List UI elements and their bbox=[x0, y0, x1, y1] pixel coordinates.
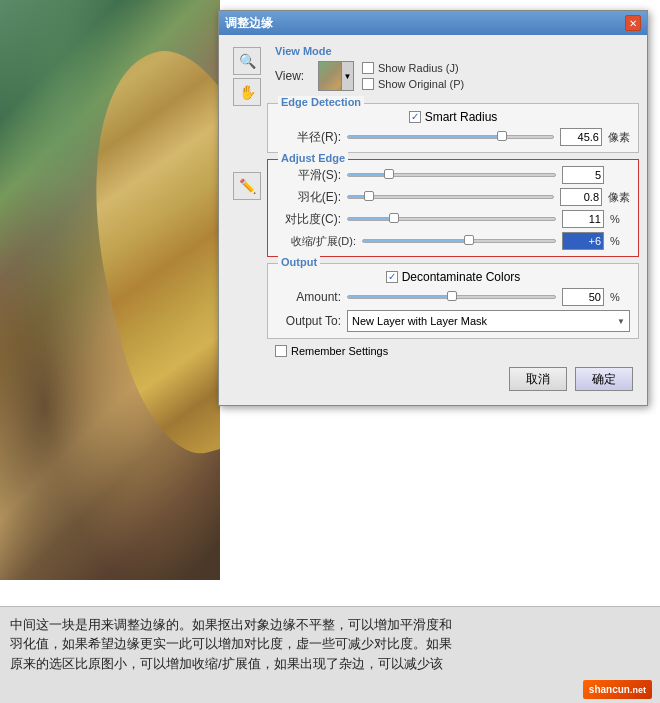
contrast-slider-thumb bbox=[389, 213, 399, 223]
smooth-slider-thumb bbox=[384, 169, 394, 179]
radius-label: 半径(R): bbox=[276, 129, 341, 146]
shrink-label: 收缩/扩展(D): bbox=[276, 234, 356, 249]
shrink-slider-thumb bbox=[464, 235, 474, 245]
smooth-label: 平滑(S): bbox=[276, 167, 341, 184]
smart-radius-checkbox[interactable]: ✓ bbox=[409, 111, 421, 123]
smooth-slider[interactable] bbox=[347, 173, 556, 177]
titlebar: 调整边缘 ✕ bbox=[219, 11, 647, 35]
remember-label: Remember Settings bbox=[291, 345, 388, 357]
shrink-unit: % bbox=[610, 235, 630, 247]
decontaminate-label: Decontaminate Colors bbox=[402, 270, 521, 284]
view-thumbnail[interactable]: ▼ bbox=[318, 61, 354, 91]
radius-slider[interactable] bbox=[347, 135, 554, 139]
amount-slider-fill bbox=[348, 296, 452, 298]
feather-slider[interactable] bbox=[347, 195, 554, 199]
hand-button[interactable]: ✋ bbox=[233, 78, 261, 106]
eyedropper-icon: ✏️ bbox=[239, 178, 256, 194]
show-radius-label: Show Radius (J) bbox=[378, 62, 459, 74]
contrast-label: 对比度(C): bbox=[276, 211, 341, 228]
radius-slider-thumb bbox=[497, 131, 507, 141]
amount-slider[interactable] bbox=[347, 295, 556, 299]
contrast-slider-fill bbox=[348, 218, 394, 220]
view-mode-section: View Mode View: ▼ bbox=[267, 41, 639, 97]
amount-value-input[interactable] bbox=[562, 288, 604, 306]
shrink-value-input[interactable] bbox=[562, 232, 604, 250]
view-mode-header: View Mode bbox=[275, 45, 631, 57]
output-dropdown-arrow-icon: ▼ bbox=[617, 317, 625, 326]
adjust-edge-label: Adjust Edge bbox=[278, 152, 348, 164]
hand-icon: ✋ bbox=[239, 84, 256, 100]
shrink-slider[interactable] bbox=[362, 239, 556, 243]
dialog-content: 🔍 ✋ ✏️ View Mode View: bbox=[219, 35, 647, 405]
shrink-row: 收缩/扩展(D): % bbox=[276, 232, 630, 250]
close-button[interactable]: ✕ bbox=[625, 15, 641, 31]
smart-radius-label: Smart Radius bbox=[425, 110, 498, 124]
magnifier-button[interactable]: 🔍 bbox=[233, 47, 261, 75]
show-original-row: Show Original (P) bbox=[362, 78, 464, 90]
brand-text: shancun.net bbox=[589, 684, 646, 695]
amount-label: Amount: bbox=[276, 290, 341, 304]
bottom-buttons: 取消 确定 bbox=[227, 363, 639, 397]
remember-checkbox[interactable] bbox=[275, 345, 287, 357]
amount-row: Amount: % bbox=[276, 288, 630, 306]
radius-unit: 像素 bbox=[608, 130, 630, 145]
smooth-value-input[interactable] bbox=[562, 166, 604, 184]
radius-slider-fill bbox=[348, 136, 502, 138]
eyedropper-button[interactable]: ✏️ bbox=[233, 172, 261, 200]
feather-slider-thumb bbox=[364, 191, 374, 201]
bottom-text-line3: 原来的选区比原图小，可以增加收缩/扩展值，如果出现了杂边，可以减少该 bbox=[10, 654, 650, 674]
decontaminate-checkbox[interactable]: ✓ bbox=[386, 271, 398, 283]
thumbnail-dropdown[interactable]: ▼ bbox=[341, 62, 353, 90]
ok-button[interactable]: 确定 bbox=[575, 367, 633, 391]
decontaminate-row: ✓ Decontaminate Colors bbox=[276, 270, 630, 284]
adjust-edge-section: Adjust Edge 平滑(S): 羽化(E): bbox=[267, 159, 639, 257]
output-section: Output ✓ Decontaminate Colors Amount: bbox=[267, 263, 639, 339]
magnifier-icon: 🔍 bbox=[239, 53, 256, 69]
show-original-label: Show Original (P) bbox=[378, 78, 464, 90]
feather-row: 羽化(E): 像素 bbox=[276, 188, 630, 206]
feather-unit: 像素 bbox=[608, 190, 630, 205]
edge-detection-label: Edge Detection bbox=[278, 96, 364, 108]
radius-row: 半径(R): 像素 bbox=[276, 128, 630, 146]
dialog-inner: 🔍 ✋ ✏️ View Mode View: bbox=[227, 41, 639, 357]
bottom-text-line1: 中间这一块是用来调整边缘的。如果抠出对象边缘不平整，可以增加平滑度和 bbox=[10, 615, 650, 635]
dropdown-arrow-icon: ▼ bbox=[344, 72, 352, 81]
amount-unit: % bbox=[610, 291, 630, 303]
background-photo bbox=[0, 0, 220, 580]
bottom-text-area: 中间这一块是用来调整边缘的。如果抠出对象边缘不平整，可以增加平滑度和 羽化值，如… bbox=[0, 606, 660, 704]
contrast-value-input[interactable] bbox=[562, 210, 604, 228]
output-to-label: Output To: bbox=[276, 314, 341, 328]
output-to-dropdown[interactable]: New Layer with Layer Mask ▼ bbox=[347, 310, 630, 332]
radius-value-input[interactable] bbox=[560, 128, 602, 146]
dialog-window: 调整边缘 ✕ 🔍 ✋ ✏️ View Mo bbox=[218, 10, 648, 406]
smooth-row: 平滑(S): bbox=[276, 166, 630, 184]
view-mode-row: View: ▼ Show Radius (J) bbox=[275, 61, 631, 91]
smart-radius-row: ✓ Smart Radius bbox=[276, 110, 630, 124]
brand-badge: shancun.net bbox=[583, 680, 652, 700]
amount-slider-thumb bbox=[447, 291, 457, 301]
contrast-slider[interactable] bbox=[347, 217, 556, 221]
contrast-row: 对比度(C): % bbox=[276, 210, 630, 228]
view-label: View: bbox=[275, 69, 310, 83]
dialog-title: 调整边缘 bbox=[225, 15, 273, 32]
show-radius-row: Show Radius (J) bbox=[362, 62, 464, 74]
bottom-text-line2: 羽化值，如果希望边缘更实一此可以增加对比度，虚一些可减少对比度。如果 bbox=[10, 634, 650, 654]
main-content: View Mode View: ▼ bbox=[267, 41, 639, 357]
tools-panel: 🔍 ✋ ✏️ bbox=[233, 47, 261, 200]
view-checkboxes: Show Radius (J) Show Original (P) bbox=[362, 62, 464, 90]
edge-detection-section: Edge Detection ✓ Smart Radius 半径(R): bbox=[267, 103, 639, 153]
output-to-value: New Layer with Layer Mask bbox=[352, 315, 487, 327]
remember-row: Remember Settings bbox=[275, 345, 639, 357]
output-to-row: Output To: New Layer with Layer Mask ▼ bbox=[276, 310, 630, 332]
smooth-slider-fill bbox=[348, 174, 389, 176]
cancel-button[interactable]: 取消 bbox=[509, 367, 567, 391]
show-original-checkbox[interactable] bbox=[362, 78, 374, 90]
feather-label: 羽化(E): bbox=[276, 189, 341, 206]
contrast-unit: % bbox=[610, 213, 630, 225]
show-radius-checkbox[interactable] bbox=[362, 62, 374, 74]
shrink-slider-fill bbox=[363, 240, 469, 242]
feather-value-input[interactable] bbox=[560, 188, 602, 206]
output-header: Output bbox=[278, 256, 320, 268]
